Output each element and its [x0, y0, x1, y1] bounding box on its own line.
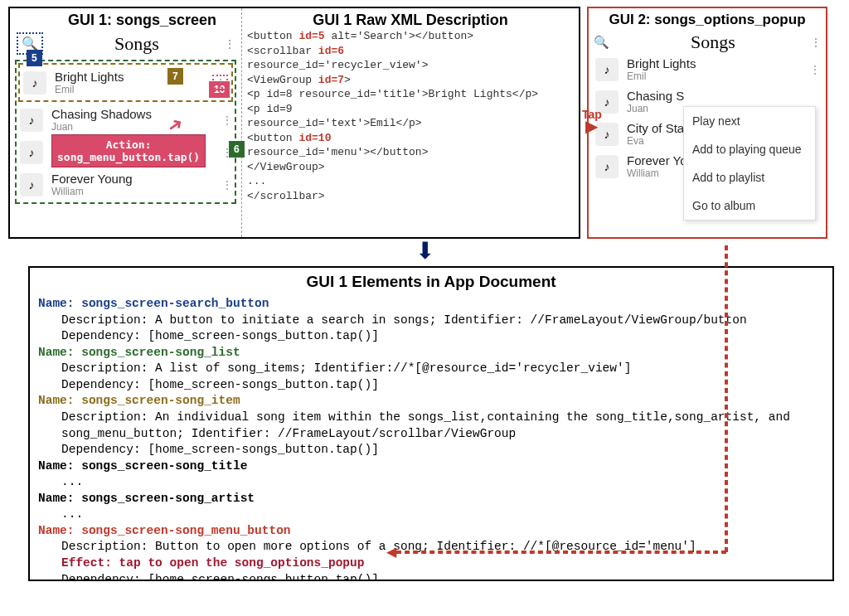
arrow-left-icon: ◀: [386, 544, 396, 560]
elem-desc: Description: A list of song_items; Ident…: [38, 361, 824, 377]
popup-add-playlist[interactable]: Add to playlist: [684, 163, 815, 192]
song-title: Chasing Shadows: [51, 107, 222, 121]
app-title: Songs: [616, 32, 810, 53]
app-document-panel: GUI 1 Elements in App Document Name: son…: [28, 266, 834, 581]
song-artist: Emil: [55, 84, 212, 95]
music-note-icon: ♪: [23, 71, 46, 95]
overflow-icon[interactable]: ⋮: [810, 36, 821, 49]
song-title: Forever Young: [51, 172, 222, 186]
elem-name: Name: songs_screen-song_item: [38, 393, 824, 410]
elem-dep: Dependency: [home_screen-songs_button.ta…: [38, 442, 824, 458]
gui2-panel: GUI 2: songs_options_popup 🔍 Songs ⋮ ♪ B…: [587, 7, 827, 239]
gui1-xml-panel: GUI 1 Raw XML Description <button id=5 a…: [242, 8, 579, 237]
song-title: Chasing S: [627, 89, 819, 103]
gui2-title: GUI 2: songs_options_popup: [594, 12, 821, 28]
songs-app-header: 🔍 Songs ⋮: [15, 29, 236, 58]
action-line1: Action:: [57, 138, 200, 151]
more-vert-icon[interactable]: ⋮: [222, 147, 231, 158]
music-note-icon: ♪: [20, 141, 43, 164]
song-artist: Juan: [51, 121, 222, 133]
popup-go-album[interactable]: Go to album: [684, 192, 815, 220]
connector-vertical: [725, 245, 728, 552]
app-title: Songs: [50, 33, 224, 55]
elem-dots: ...: [38, 474, 824, 491]
more-vert-icon: ⋮: [216, 77, 225, 89]
tap-arrow: Tap ▶: [582, 108, 602, 131]
song-item[interactable]: ♪ Chasing Shadows Juan ⋮: [18, 104, 233, 136]
action-callout: Action: song_menu_button.tap(): [51, 134, 206, 167]
more-vert-icon[interactable]: ⋮: [810, 64, 819, 75]
music-note-icon: ♪: [595, 155, 619, 178]
elem-effect: Effect: tap to open the song_options_pop…: [38, 555, 824, 572]
elem-dep: Dependency: [home_screen-songs_button.ta…: [38, 377, 824, 394]
doc-body: Name: songs_screen-search_button Descrip…: [38, 296, 824, 581]
elem-name: Name: songs_screen-song_artist: [38, 491, 824, 507]
doc-title: GUI 1 Elements in App Document: [38, 273, 824, 291]
song-title: Bright Lights: [55, 70, 212, 84]
popup-play-next[interactable]: Play next: [684, 107, 815, 135]
gui1-songs-screen: GUI 1: songs_screen 🔍 Songs ⋮ 5 7 10 6 ♪…: [10, 8, 242, 237]
song-list[interactable]: ♪ Bright Lights Emil ⋮ ♪ Chasing Shadows…: [15, 60, 236, 204]
elem-desc: Description: A button to initiate a sear…: [38, 313, 824, 329]
xml-code: <button id=5 alt='Search'></button> <scr…: [247, 29, 574, 204]
gui1-title: GUI 1: songs_screen: [48, 12, 236, 29]
connector-horizontal: [396, 551, 726, 554]
badge-5: 5: [27, 50, 42, 66]
more-vert-icon[interactable]: ⋮: [222, 179, 231, 191]
music-note-icon: ♪: [20, 109, 43, 132]
song-menu-button[interactable]: ⋮: [212, 75, 228, 90]
song-item[interactable]: ♪ Bright Lights Emil ⋮: [18, 63, 233, 102]
music-note-icon: ♪: [595, 58, 619, 81]
elem-name: Name: songs_screen-song_menu_button: [38, 523, 824, 540]
elem-name: Name: songs_screen-search_button: [38, 296, 824, 313]
action-line2: song_menu_button.tap(): [57, 151, 200, 163]
elem-dep: Dependency: [home_screen-songs_button.ta…: [38, 572, 824, 581]
search-icon[interactable]: 🔍: [594, 35, 609, 50]
elem-desc: Description: An individual song item wit…: [38, 410, 824, 442]
arrow-right-icon: ▶: [582, 121, 602, 131]
music-note-icon: ♪: [20, 173, 43, 196]
arrow-down-icon: ⬇: [0, 237, 849, 264]
xml-title: GUI 1 Raw XML Description: [247, 12, 574, 29]
song-item[interactable]: ♪ Bright Lights Emil ⋮: [594, 53, 821, 85]
popup-add-queue[interactable]: Add to playing queue: [684, 135, 815, 163]
song-item[interactable]: ♪ Forever Young William ⋮: [18, 168, 233, 201]
elem-name: Name: songs_screen-song_list: [38, 345, 824, 361]
options-popup: Play next Add to playing queue Add to pl…: [683, 106, 816, 221]
more-vert-icon[interactable]: ⋮: [222, 114, 231, 126]
song-title: Bright Lights: [627, 56, 810, 70]
overflow-icon[interactable]: ⋮: [224, 37, 235, 51]
song-artist: Emil: [627, 70, 810, 82]
elem-dep: Dependency: [home_screen-songs_button.ta…: [38, 328, 824, 345]
gui2-header: 🔍 Songs ⋮: [594, 32, 821, 53]
elem-dots: ...: [38, 507, 824, 523]
song-artist: William: [51, 186, 222, 197]
gui1-panel: GUI 1: songs_screen 🔍 Songs ⋮ 5 7 10 6 ♪…: [8, 7, 580, 239]
elem-name: Name: songs_screen-song_title: [38, 458, 824, 475]
